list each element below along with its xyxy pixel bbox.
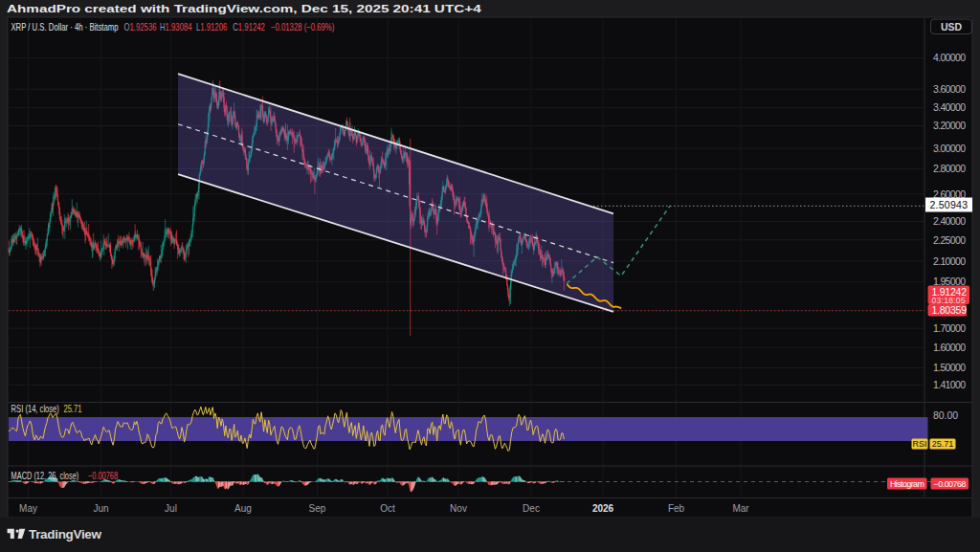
svg-text:1.41000: 1.41000 [933, 379, 966, 390]
svg-text:2.80000: 2.80000 [933, 163, 966, 174]
svg-text:TradingView: TradingView [29, 527, 101, 541]
svg-text:−0.00768: −0.00768 [934, 479, 967, 489]
svg-text:2026: 2026 [592, 503, 614, 514]
svg-text:1.50000: 1.50000 [933, 362, 966, 373]
svg-text:Histogram: Histogram [890, 479, 924, 489]
svg-text:RSI: RSI [912, 439, 926, 449]
svg-text:3.40000: 3.40000 [933, 101, 966, 113]
svg-text:−0.01328 (−0.69%): −0.01328 (−0.69%) [271, 22, 334, 33]
svg-text:Mar: Mar [732, 503, 749, 514]
svg-text:80.00: 80.00 [933, 409, 958, 421]
svg-text:H1.93084: H1.93084 [160, 22, 192, 33]
svg-text:AhmadPro created with TradingV: AhmadPro created with TradingView.com, D… [7, 3, 481, 14]
svg-text:3.20000: 3.20000 [933, 120, 966, 131]
svg-text:1.80359: 1.80359 [932, 304, 968, 316]
svg-text:Feb: Feb [668, 503, 685, 514]
svg-text:4.00000: 4.00000 [933, 52, 966, 63]
svg-text:1.70000: 1.70000 [933, 322, 966, 334]
svg-text:Sep: Sep [309, 503, 326, 514]
svg-text:Dec: Dec [523, 503, 540, 514]
svg-text:L1.91206: L1.91206 [196, 22, 227, 33]
svg-text:2.25000: 2.25000 [933, 234, 966, 246]
svg-text:Nov: Nov [450, 503, 467, 514]
svg-text:RSI (14, close): RSI (14, close) [11, 404, 59, 414]
svg-text:2.40000: 2.40000 [933, 215, 966, 227]
svg-text:3.60000: 3.60000 [933, 83, 966, 95]
svg-text:−0.00768: −0.00768 [88, 471, 118, 481]
svg-text:25.71: 25.71 [63, 404, 81, 414]
svg-text:C1.91242: C1.91242 [233, 22, 265, 33]
svg-text:1.60000: 1.60000 [933, 342, 966, 353]
svg-text:XRP / U.S. Dollar · 4h · Bitst: XRP / U.S. Dollar · 4h · Bitstamp [11, 22, 118, 33]
svg-text:Jun: Jun [93, 503, 108, 514]
svg-text:2.50943: 2.50943 [930, 199, 969, 210]
svg-text:USD: USD [941, 21, 963, 33]
svg-text:25.71: 25.71 [932, 439, 954, 449]
svg-text:03:18:05: 03:18:05 [932, 296, 966, 305]
svg-text:3.00000: 3.00000 [933, 143, 966, 154]
svg-text:May: May [19, 503, 37, 514]
svg-text:Oct: Oct [380, 503, 395, 514]
svg-text:Aug: Aug [234, 503, 252, 514]
svg-text:2.10000: 2.10000 [933, 255, 966, 267]
svg-text:MACD (12, 26, close): MACD (12, 26, close) [11, 471, 79, 481]
svg-text:Jul: Jul [165, 503, 177, 514]
svg-text:O1.92536: O1.92536 [124, 22, 157, 33]
